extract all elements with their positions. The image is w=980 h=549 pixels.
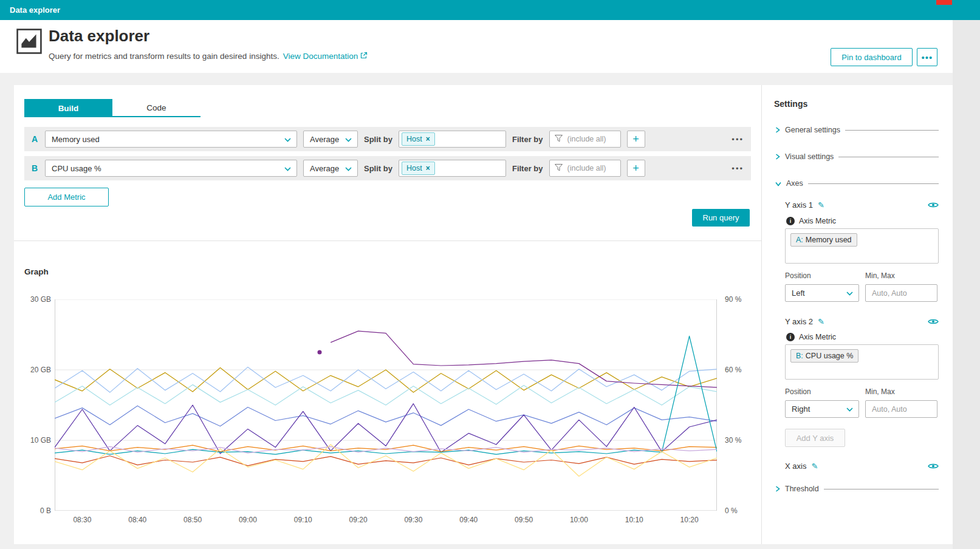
tab-build[interactable]: Build — [24, 99, 112, 117]
x-tick-label: 08:50 — [177, 516, 208, 524]
query-row-b: B CPU usage % Average Split by Host × Fi… — [24, 156, 751, 180]
app-top-bar: Data explorer — [0, 0, 980, 20]
eye-icon[interactable] — [928, 463, 939, 469]
section-general-settings[interactable]: General settings — [775, 124, 939, 135]
y-right-tick-label: 30 % — [725, 436, 750, 445]
y-right-tick-label: 60 % — [725, 366, 750, 374]
y-right-tick-label: 0 % — [725, 506, 750, 515]
x-tick-label: 10:20 — [674, 516, 705, 524]
chart-icon — [16, 29, 42, 56]
plus-icon: + — [632, 134, 639, 145]
page-title: Data explorer — [49, 27, 149, 46]
page-subtitle: Query for metrics and transform results … — [49, 52, 368, 61]
x-tick-label: 08:40 — [122, 516, 152, 524]
filter-input[interactable] — [566, 163, 620, 173]
minmax-label: Min, Max — [865, 271, 895, 280]
series-line-memory-host-4 — [55, 406, 717, 426]
settings-panel-title: Settings — [774, 99, 807, 109]
aggregation-select[interactable]: Average — [303, 131, 358, 148]
add-y-axis-button[interactable]: Add Y axis — [785, 429, 845, 447]
y-left-tick-label: 0 B — [24, 506, 51, 515]
y-left-tick-label: 10 GB — [24, 436, 51, 445]
y-axis-2-header: Y axis 2 ✎ — [785, 317, 939, 326]
add-metric-button[interactable]: Add Metric — [24, 188, 109, 206]
chevron-down-icon — [284, 135, 291, 144]
y-axis-2-minmax-input[interactable] — [871, 404, 932, 414]
settings-divider — [761, 85, 762, 544]
pencil-icon[interactable]: ✎ — [818, 200, 824, 210]
pencil-icon[interactable]: ✎ — [818, 317, 824, 326]
split-chip-host[interactable]: Host × — [402, 162, 435, 175]
series-line-cpu-host-3 — [55, 456, 717, 466]
filter-by-label: Filter by — [512, 164, 543, 173]
section-visual-settings[interactable]: Visual settings — [775, 151, 939, 162]
external-link-icon — [360, 52, 368, 61]
run-query-button[interactable]: Run query — [692, 209, 750, 227]
x-axis-header: X axis ✎ — [785, 462, 939, 471]
header-more-options-button[interactable]: ••• — [917, 48, 937, 66]
split-by-input[interactable]: Host × — [399, 160, 506, 177]
subtitle-text: Query for metrics and transform results … — [49, 52, 279, 61]
chart-plot-area[interactable] — [55, 299, 717, 511]
chevron-down-icon — [775, 178, 781, 189]
y-axis-2-position-select[interactable]: Right — [785, 400, 859, 418]
pin-to-dashboard-button[interactable]: Pin to dashboard — [831, 48, 913, 66]
data-point — [318, 350, 322, 355]
y-axis-2-minmax-wrap — [865, 400, 937, 418]
add-filter-button[interactable]: + — [627, 160, 645, 177]
position-label: Position — [785, 271, 811, 280]
chevron-right-icon — [775, 124, 780, 135]
x-tick-label: 09:30 — [398, 516, 428, 524]
split-by-label: Split by — [364, 135, 392, 144]
filter-input-wrap — [549, 131, 621, 148]
pencil-icon[interactable]: ✎ — [811, 462, 818, 471]
split-chip-host[interactable]: Host × — [402, 132, 435, 146]
query-row-a: A Memory used Average Split by Host × Fi… — [24, 127, 751, 151]
close-icon[interactable]: × — [426, 135, 430, 143]
y-axis-1-position-select[interactable]: Left — [785, 284, 859, 302]
position-label: Position — [785, 387, 811, 396]
add-filter-button[interactable]: + — [627, 131, 645, 148]
axis-metric-chip[interactable]: B: CPU usage % — [790, 349, 858, 363]
funnel-icon — [555, 134, 563, 145]
horizontal-divider — [14, 240, 761, 241]
graph-section-label: Graph — [24, 267, 49, 276]
close-icon[interactable]: × — [426, 164, 430, 172]
y-axis-2-metric-box[interactable]: B: CPU usage % — [785, 344, 939, 380]
x-tick-label: 09:20 — [343, 516, 374, 524]
chevron-down-icon — [345, 164, 352, 173]
chevron-down-icon — [846, 288, 853, 298]
split-by-input[interactable]: Host × — [399, 131, 506, 148]
y-axis-1-minmax-input[interactable] — [871, 288, 932, 298]
recording-indicator — [936, 0, 952, 5]
eye-icon[interactable] — [928, 318, 939, 325]
y-axis-2-metric-row: i Axis Metric — [786, 333, 836, 341]
funnel-icon — [555, 163, 563, 174]
metric-select[interactable]: CPU usage % — [45, 160, 297, 177]
series-line-memory-host-3 — [55, 384, 717, 405]
tab-code[interactable]: Code — [112, 99, 200, 117]
query-row-id: B — [32, 163, 39, 173]
section-threshold[interactable]: Threshold — [775, 483, 939, 494]
series-line-memory-host-5 — [331, 331, 717, 387]
info-icon: i — [786, 333, 795, 341]
filter-input[interactable] — [566, 134, 620, 144]
y-right-tick-label: 90 % — [725, 295, 750, 304]
view-documentation-link[interactable]: View Documentation — [283, 52, 368, 61]
metrics-line-chart[interactable]: 0 B10 GB20 GB30 GB0 %30 %60 %90 %08:3008… — [24, 285, 744, 536]
query-row-id: A — [32, 134, 39, 144]
top-bar-title: Data explorer — [10, 5, 60, 15]
eye-icon[interactable] — [928, 202, 939, 208]
x-tick-label: 09:50 — [509, 516, 539, 524]
axis-metric-chip[interactable]: A: Memory used — [790, 233, 857, 247]
y-axis-1-metric-box[interactable]: A: Memory used — [785, 228, 939, 264]
info-icon: i — [786, 217, 795, 225]
row-more-options-button[interactable]: ••• — [732, 164, 744, 173]
metric-select[interactable]: Memory used — [45, 131, 297, 148]
chevron-right-icon — [775, 151, 780, 162]
data-explorer-page: Data explorer Data explorer Query for me… — [0, 0, 980, 549]
section-axes[interactable]: Axes — [775, 178, 939, 189]
aggregation-select[interactable]: Average — [303, 160, 358, 177]
y-axis-1-metric-row: i Axis Metric — [786, 217, 836, 225]
row-more-options-button[interactable]: ••• — [732, 135, 744, 144]
